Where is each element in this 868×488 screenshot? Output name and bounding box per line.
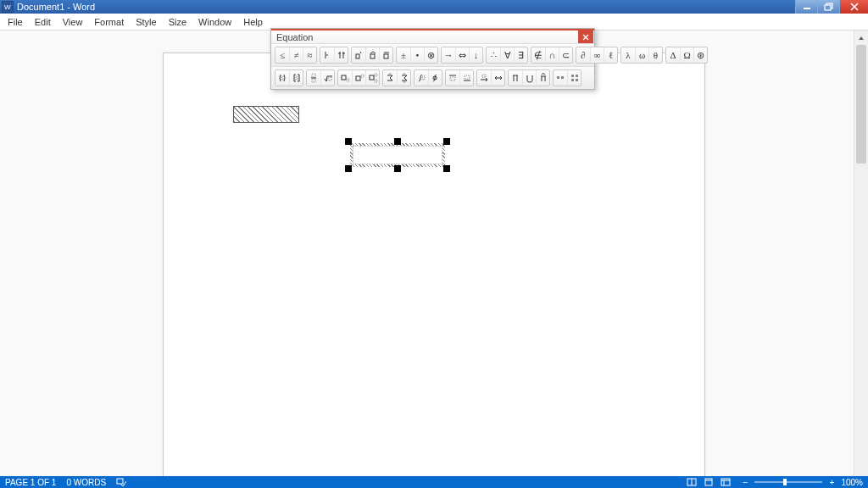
btn-not-element[interactable]: ∉ [531,47,545,63]
zoom-out-button[interactable]: − [741,478,749,487]
hatched-placeholder[interactable] [233,106,299,123]
zoom-in-button[interactable]: + [827,478,836,487]
btn-prime[interactable] [352,47,365,63]
menu-style[interactable]: Style [130,15,162,29]
group-matrices [553,69,581,86]
equation-toolbar-close-button[interactable] [578,30,593,43]
menu-format[interactable]: Format [88,15,130,29]
group-greek-upper: Δ Ω ⊛ [665,47,708,64]
btn-matrix[interactable] [567,70,581,86]
btn-sum-limits[interactable] [397,70,410,86]
vertical-scrollbar[interactable] [854,30,868,476]
resize-handle-nw[interactable] [345,138,352,145]
status-page[interactable]: PAGE 1 OF 1 [5,478,56,487]
menu-size[interactable]: Size [163,15,192,29]
btn-radical[interactable] [320,70,334,86]
titlebar: W Document1 - Word [0,0,868,14]
btn-parentheses[interactable] [275,70,289,86]
btn-subset[interactable]: ⊂ [559,47,572,63]
window-controls [795,0,868,14]
btn-bar[interactable] [379,47,392,63]
btn-bullet[interactable]: • [410,47,424,63]
view-print-layout-button[interactable] [701,477,716,487]
btn-sum[interactable] [383,70,397,86]
btn-arrow-labeled[interactable] [477,70,491,86]
btn-subscript[interactable] [338,70,352,86]
btn-underbar[interactable] [459,70,473,86]
status-words[interactable]: 0 WORDS [66,478,106,487]
svg-rect-35 [561,76,564,79]
menu-help[interactable]: Help [237,15,269,29]
scroll-thumb[interactable] [856,45,866,164]
btn-intersection[interactable]: ∩ [545,47,559,63]
btn-arrow-double[interactable]: ⇔ [455,47,469,63]
btn-matrix-small[interactable] [554,70,567,86]
resize-handle-n[interactable] [394,138,401,145]
svg-rect-28 [450,77,455,80]
equation-object-field[interactable] [353,146,442,164]
btn-thin-space[interactable] [320,47,334,63]
btn-less-equal[interactable]: ≤ [275,47,289,63]
btn-fraction[interactable] [307,70,320,86]
btn-approx[interactable]: ≈ [303,47,316,63]
zoom-control: − + 100% [741,478,863,487]
zoom-slider-knob[interactable] [783,479,787,485]
resize-handle-s[interactable] [394,165,401,172]
btn-therefore[interactable]: ∴ [487,47,500,63]
resize-handle-sw[interactable] [345,165,352,172]
btn-overbar[interactable] [446,70,459,86]
window-title: Document1 - Word [17,2,795,12]
btn-arrow-both-labeled[interactable] [491,70,504,86]
btn-contour-integral[interactable] [428,70,442,86]
scroll-up-button[interactable] [854,30,868,45]
equation-toolbar-window[interactable]: Equation ≤ ≠ ≈ ± • ⊗ → ⇔ ↓ [270,28,595,90]
btn-arrow-right[interactable]: → [442,47,455,63]
document-page[interactable] [163,53,705,488]
btn-brackets[interactable] [289,70,303,86]
btn-hat[interactable] [365,47,379,63]
btn-plus-minus[interactable]: ± [397,47,410,63]
btn-delta-upper[interactable]: Δ [666,47,680,63]
zoom-slider[interactable] [754,481,822,483]
workspace [0,30,868,476]
zoom-value[interactable]: 100% [841,478,863,487]
btn-product-hat[interactable] [536,70,549,86]
btn-superscript[interactable] [352,70,365,86]
btn-script-l[interactable]: ℓ [604,47,617,63]
resize-handle-se[interactable] [443,165,450,172]
view-read-mode-button[interactable] [684,477,699,487]
btn-theta[interactable]: θ [648,47,662,63]
equation-toolbar-titlebar[interactable]: Equation [271,29,594,44]
equation-object-selected[interactable] [345,138,450,172]
btn-thick-space[interactable] [334,47,348,63]
btn-omega-lower[interactable]: ω [635,47,648,63]
btn-integral[interactable] [415,70,428,86]
btn-not-equal[interactable]: ≠ [289,47,303,63]
menu-edit[interactable]: Edit [29,15,57,29]
menu-view[interactable]: View [57,15,89,29]
btn-forall[interactable]: ∀ [500,47,514,63]
svg-rect-34 [557,76,559,79]
btn-lambda[interactable]: λ [621,47,635,63]
btn-arrow-down[interactable]: ↓ [469,47,482,63]
btn-circled[interactable]: ⊛ [693,47,707,63]
svg-rect-19 [370,75,374,80]
resize-handle-ne[interactable] [443,138,450,145]
status-spellcheck-icon[interactable] [116,478,126,486]
menu-window[interactable]: Window [192,15,237,29]
btn-coproduct[interactable] [522,70,536,86]
menu-file[interactable]: File [2,15,29,29]
restore-button[interactable] [817,0,839,14]
svg-rect-9 [281,76,283,80]
btn-circled-times[interactable]: ⊗ [424,47,437,63]
btn-exists[interactable]: ∃ [514,47,527,63]
btn-subsuperscript[interactable] [365,70,379,86]
btn-partial[interactable]: ∂ [576,47,590,63]
btn-omega-upper[interactable]: Ω [680,47,693,63]
equation-toolbar-title: Equation [276,32,313,42]
minimize-button[interactable] [795,0,817,14]
view-web-layout-button[interactable] [718,477,733,487]
close-button[interactable] [839,0,868,14]
btn-infinity[interactable]: ∞ [590,47,604,63]
btn-product[interactable] [509,70,522,86]
